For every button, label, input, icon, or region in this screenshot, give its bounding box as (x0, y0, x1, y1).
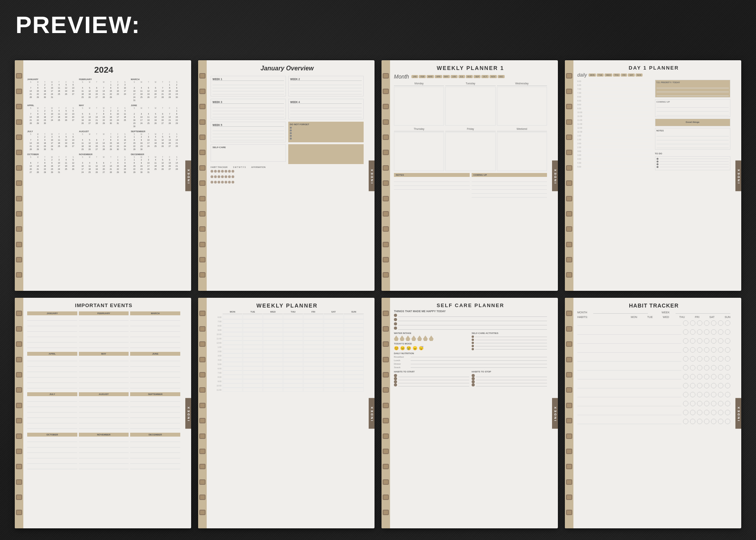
ring (566, 464, 572, 469)
ring (199, 135, 206, 140)
ring (566, 242, 572, 247)
ring (383, 418, 389, 423)
page-year-calendar: 2024 JANUARY SMTWTFS 123456 78910111213 … (15, 60, 191, 291)
month-march: MARCH SMTWTFS 12 3456789 10111213141516 … (131, 78, 180, 102)
important-events-content: IMPORTANT EVENTS JANUARY FEBRUARY MARCH (23, 298, 191, 528)
weekly2-row: 1:00 (211, 345, 364, 349)
self-care-content: SELF CARE PLANNER THINGS THAT MADE ME HA… (390, 298, 558, 528)
habit-tracker-page-title: HABIT TRACKER (577, 302, 730, 309)
ring (383, 180, 389, 186)
days-body-top (394, 87, 547, 126)
ring (566, 226, 572, 232)
events-september: SEPTEMBER (130, 392, 180, 429)
month-december: DECEMBER SMTWTFS 1234567 891011121314 15… (131, 153, 180, 174)
events-december: DECEMBER (130, 433, 180, 469)
weekly2-row: 11:00 (211, 336, 364, 341)
preview-title: PREVIEW: (16, 11, 140, 38)
index-tab-1: INDEX (185, 160, 191, 191)
ring (566, 104, 572, 109)
ring (566, 150, 572, 155)
events-october: OCTOBER (27, 433, 77, 469)
ring (566, 311, 572, 316)
weekly2-row: 2:00 (211, 349, 364, 353)
habit-row-1 (211, 170, 364, 173)
ht-row-8 (577, 383, 730, 388)
ring (199, 311, 206, 316)
ring (199, 272, 206, 278)
page-self-care-planner: SELF CARE PLANNER THINGS THAT MADE ME HA… (381, 298, 558, 528)
days-header-bottom: Thursday Friday Weekend (394, 128, 547, 131)
events-april: APRIL (27, 352, 77, 388)
ring (566, 433, 572, 439)
spiral-6 (198, 298, 207, 528)
ring (566, 73, 572, 79)
index-tab-3: INDEX (552, 160, 558, 191)
ring (383, 119, 389, 125)
index-tab-4: INDEX (735, 160, 741, 191)
ring (16, 387, 22, 393)
right-column: T.O. PRIORITY / TODAY COMING UP Good thi… (655, 80, 731, 170)
ring (16, 150, 22, 155)
month-june: JUNE SMTWTFS 1 2345678 9101112131415 161… (131, 104, 180, 128)
events-apr-jun: APRIL MAY JUNE (27, 352, 180, 388)
habit-row-2 (211, 175, 364, 178)
ring (566, 135, 572, 140)
weekly2-row: 11:00 (211, 388, 364, 392)
month-august: AUGUST SMTWTFS 123 45678910 111213141516… (79, 130, 128, 151)
todo-box (655, 156, 731, 170)
ring (16, 403, 22, 408)
ring (383, 226, 389, 232)
ring (199, 89, 206, 94)
month-january: JANUARY SMTWTFS 123456 78910111213 14151… (27, 78, 77, 102)
ring (16, 372, 22, 377)
habits-start: HABITS TO START (394, 370, 469, 386)
weekly2-row: 6:00 (211, 315, 364, 319)
ring (383, 257, 389, 262)
ring (383, 104, 389, 109)
ring (566, 357, 572, 362)
things-label: THINGS THAT MADE ME HAPPY TODAY (394, 310, 547, 313)
ht-row-4 (577, 347, 730, 353)
ring (199, 357, 206, 362)
ring (383, 150, 389, 155)
weekly2-row: 7:00 (211, 370, 364, 375)
ring (383, 211, 389, 217)
weekly-planner-1-content: WEEKLY PLANNER 1 Month JANFEBMAR APRMAYJ… (390, 60, 558, 291)
days-body-bottom (394, 132, 547, 171)
ring (199, 449, 206, 454)
spiral-8 (565, 298, 573, 528)
index-tab-5: INDEX (185, 398, 191, 428)
ring (16, 165, 22, 171)
ring (566, 257, 572, 262)
ht-row-10 (577, 401, 730, 406)
index-tab-6: INDEX (369, 398, 375, 428)
spiral-7 (381, 298, 390, 528)
water-section: WATER INTAKE TODAY'S MOOD 😊😐😢😠😴 (394, 332, 469, 350)
ring (16, 89, 22, 94)
ring (383, 326, 389, 332)
habit-tracker-header: HABIT TRACKER S M T W T F S AFFIRMATION (211, 166, 364, 168)
index-tab-7: INDEX (552, 398, 558, 428)
index-tab-8: INDEX (735, 398, 741, 428)
ring (566, 372, 572, 377)
events-may: MAY (79, 352, 129, 388)
weekly2-row: 9:00 (211, 328, 364, 332)
weekly2-row: 10:00 (211, 332, 364, 336)
ring (566, 403, 572, 408)
ring (383, 165, 389, 171)
month-pills: JANFEBMAR APRMAYJUN JULAUGSEP OCTNOVDEC (411, 75, 505, 78)
page-weekly-planner-1: WEEKLY PLANNER 1 Month JANFEBMAR APRMAYJ… (381, 60, 558, 291)
events-july: JULY (27, 392, 77, 429)
ht-row-5 (577, 356, 730, 362)
ring (383, 372, 389, 377)
ring (16, 73, 22, 79)
ring (199, 165, 206, 171)
ring (16, 449, 22, 454)
events-oct-dec: OCTOBER NOVEMBER DECEMBER (27, 433, 180, 469)
pages-grid: 2024 JANUARY SMTWTFS 123456 78910111213 … (15, 60, 741, 528)
time-slots: 6:00 6:30 7:00 7:30 8:00 8:30 9:00 9:30 … (577, 80, 653, 170)
day-header: daily MONTUEWED THUFRISATSUN (577, 72, 730, 78)
ring (566, 196, 572, 201)
ring (199, 510, 206, 515)
year-grid: JANUARY SMTWTFS 123456 78910111213 14151… (27, 78, 180, 174)
